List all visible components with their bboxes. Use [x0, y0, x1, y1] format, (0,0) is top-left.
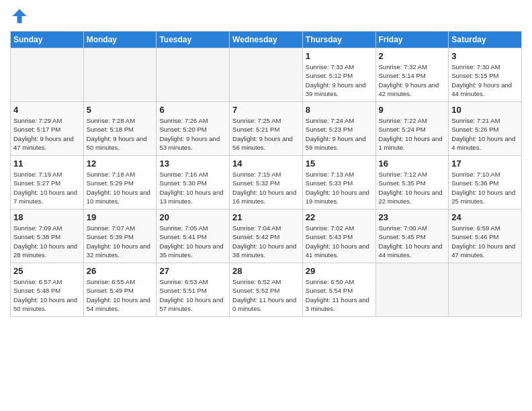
day-info: Sunrise: 7:04 AMSunset: 5:42 PMDaylight:… — [232, 224, 300, 259]
day-cell: 27Sunrise: 6:53 AMSunset: 5:51 PMDayligh… — [157, 263, 230, 317]
day-cell: 15Sunrise: 7:13 AMSunset: 5:33 PMDayligh… — [302, 156, 375, 210]
day-number: 17 — [451, 158, 519, 169]
day-cell: 14Sunrise: 7:15 AMSunset: 5:32 PMDayligh… — [230, 156, 303, 210]
day-cell: 4Sunrise: 7:29 AMSunset: 5:17 PMDaylight… — [11, 102, 84, 156]
day-info: Sunrise: 7:28 AMSunset: 5:18 PMDaylight:… — [87, 116, 154, 152]
day-info: Sunrise: 7:21 AMSunset: 5:26 PMDaylight:… — [451, 116, 519, 152]
day-number: 19 — [87, 212, 154, 222]
day-info: Sunrise: 6:57 AMSunset: 5:48 PMDaylight:… — [13, 277, 81, 313]
day-cell: 23Sunrise: 7:00 AMSunset: 5:45 PMDayligh… — [375, 210, 449, 263]
day-cell: 8Sunrise: 7:24 AMSunset: 5:23 PMDaylight… — [302, 102, 375, 156]
day-cell: 28Sunrise: 6:52 AMSunset: 5:52 PMDayligh… — [230, 263, 303, 317]
day-cell: 21Sunrise: 7:04 AMSunset: 5:42 PMDayligh… — [230, 210, 303, 263]
day-number: 7 — [232, 105, 300, 115]
day-info: Sunrise: 7:24 AMSunset: 5:23 PMDaylight:… — [306, 116, 373, 152]
day-cell — [230, 48, 303, 102]
day-number: 20 — [159, 212, 226, 222]
day-info: Sunrise: 7:19 AMSunset: 5:27 PMDaylight:… — [13, 170, 81, 205]
day-cell: 19Sunrise: 7:07 AMSunset: 5:39 PMDayligh… — [83, 210, 157, 263]
day-number: 21 — [232, 212, 300, 222]
day-info: Sunrise: 7:13 AMSunset: 5:33 PMDaylight:… — [306, 170, 373, 205]
day-number: 24 — [451, 212, 519, 222]
week-row-2: 4Sunrise: 7:29 AMSunset: 5:17 PMDaylight… — [11, 102, 522, 156]
day-cell: 26Sunrise: 6:55 AMSunset: 5:49 PMDayligh… — [83, 263, 157, 317]
day-header-monday: Monday — [83, 32, 157, 48]
day-number: 15 — [306, 158, 373, 169]
day-header-wednesday: Wednesday — [230, 32, 303, 48]
week-row-1: 1Sunrise: 7:33 AMSunset: 5:12 PMDaylight… — [11, 48, 522, 102]
day-info: Sunrise: 7:25 AMSunset: 5:21 PMDaylight:… — [232, 116, 300, 152]
day-cell: 25Sunrise: 6:57 AMSunset: 5:48 PMDayligh… — [11, 263, 84, 317]
day-cell: 6Sunrise: 7:26 AMSunset: 5:20 PMDaylight… — [157, 102, 230, 156]
page-header — [10, 7, 522, 26]
day-number: 16 — [379, 158, 446, 169]
day-number: 23 — [379, 212, 446, 222]
day-cell: 2Sunrise: 7:32 AMSunset: 5:14 PMDaylight… — [375, 48, 449, 102]
day-number: 9 — [379, 105, 446, 115]
day-info: Sunrise: 7:05 AMSunset: 5:41 PMDaylight:… — [159, 224, 226, 259]
day-info: Sunrise: 7:09 AMSunset: 5:38 PMDaylight:… — [13, 224, 81, 259]
day-number: 2 — [379, 51, 446, 61]
day-cell: 12Sunrise: 7:18 AMSunset: 5:29 PMDayligh… — [83, 156, 157, 210]
day-number: 25 — [13, 266, 81, 276]
day-header-friday: Friday — [375, 32, 449, 48]
week-row-3: 11Sunrise: 7:19 AMSunset: 5:27 PMDayligh… — [11, 156, 522, 210]
day-cell: 20Sunrise: 7:05 AMSunset: 5:41 PMDayligh… — [157, 210, 230, 263]
day-cell — [157, 48, 230, 102]
day-header-tuesday: Tuesday — [157, 32, 230, 48]
day-header-thursday: Thursday — [302, 32, 375, 48]
week-row-4: 18Sunrise: 7:09 AMSunset: 5:38 PMDayligh… — [11, 210, 522, 263]
logo — [10, 7, 32, 26]
day-number: 12 — [87, 158, 154, 169]
day-cell: 3Sunrise: 7:30 AMSunset: 5:15 PMDaylight… — [449, 48, 522, 102]
day-cell: 5Sunrise: 7:28 AMSunset: 5:18 PMDaylight… — [83, 102, 157, 156]
day-cell: 22Sunrise: 7:02 AMSunset: 5:43 PMDayligh… — [302, 210, 375, 263]
day-info: Sunrise: 7:00 AMSunset: 5:45 PMDaylight:… — [379, 224, 446, 259]
day-number: 28 — [232, 266, 300, 276]
day-cell: 24Sunrise: 6:59 AMSunset: 5:46 PMDayligh… — [449, 210, 522, 263]
day-cell: 17Sunrise: 7:10 AMSunset: 5:36 PMDayligh… — [449, 156, 522, 210]
day-cell: 10Sunrise: 7:21 AMSunset: 5:26 PMDayligh… — [449, 102, 522, 156]
day-info: Sunrise: 6:52 AMSunset: 5:52 PMDaylight:… — [232, 277, 300, 313]
day-number: 27 — [159, 266, 226, 276]
day-number: 22 — [306, 212, 373, 222]
day-info: Sunrise: 7:02 AMSunset: 5:43 PMDaylight:… — [306, 224, 373, 259]
day-info: Sunrise: 6:53 AMSunset: 5:51 PMDaylight:… — [159, 277, 226, 313]
day-header-saturday: Saturday — [449, 32, 522, 48]
day-info: Sunrise: 7:26 AMSunset: 5:20 PMDaylight:… — [159, 116, 226, 152]
calendar-table: SundayMondayTuesdayWednesdayThursdayFrid… — [10, 31, 522, 317]
day-number: 8 — [306, 105, 373, 115]
day-info: Sunrise: 7:33 AMSunset: 5:12 PMDaylight:… — [306, 62, 373, 98]
day-cell — [11, 48, 84, 102]
day-info: Sunrise: 7:29 AMSunset: 5:17 PMDaylight:… — [13, 116, 81, 152]
day-cell — [449, 263, 522, 317]
day-number: 11 — [13, 158, 81, 169]
day-info: Sunrise: 7:15 AMSunset: 5:32 PMDaylight:… — [232, 170, 300, 205]
day-number: 3 — [451, 51, 519, 61]
day-cell: 7Sunrise: 7:25 AMSunset: 5:21 PMDaylight… — [230, 102, 303, 156]
day-cell: 9Sunrise: 7:22 AMSunset: 5:24 PMDaylight… — [375, 102, 449, 156]
day-info: Sunrise: 7:07 AMSunset: 5:39 PMDaylight:… — [87, 224, 154, 259]
day-info: Sunrise: 7:16 AMSunset: 5:30 PMDaylight:… — [159, 170, 226, 205]
day-info: Sunrise: 7:22 AMSunset: 5:24 PMDaylight:… — [379, 116, 446, 152]
day-cell: 13Sunrise: 7:16 AMSunset: 5:30 PMDayligh… — [157, 156, 230, 210]
day-cell: 16Sunrise: 7:12 AMSunset: 5:35 PMDayligh… — [375, 156, 449, 210]
day-number: 13 — [159, 158, 226, 169]
day-cell — [83, 48, 157, 102]
day-number: 18 — [13, 212, 81, 222]
day-number: 6 — [159, 105, 226, 115]
svg-marker-0 — [13, 9, 27, 24]
header-row: SundayMondayTuesdayWednesdayThursdayFrid… — [11, 32, 522, 48]
day-info: Sunrise: 7:12 AMSunset: 5:35 PMDaylight:… — [379, 170, 446, 205]
day-number: 1 — [306, 51, 373, 61]
day-cell: 29Sunrise: 6:50 AMSunset: 5:54 PMDayligh… — [302, 263, 375, 317]
day-number: 5 — [87, 105, 154, 115]
day-cell: 18Sunrise: 7:09 AMSunset: 5:38 PMDayligh… — [11, 210, 84, 263]
logo-icon — [10, 7, 29, 26]
week-row-5: 25Sunrise: 6:57 AMSunset: 5:48 PMDayligh… — [11, 263, 522, 317]
day-number: 4 — [13, 105, 81, 115]
day-cell: 11Sunrise: 7:19 AMSunset: 5:27 PMDayligh… — [11, 156, 84, 210]
day-cell — [375, 263, 449, 317]
day-number: 10 — [451, 105, 519, 115]
day-info: Sunrise: 6:50 AMSunset: 5:54 PMDaylight:… — [306, 277, 373, 313]
